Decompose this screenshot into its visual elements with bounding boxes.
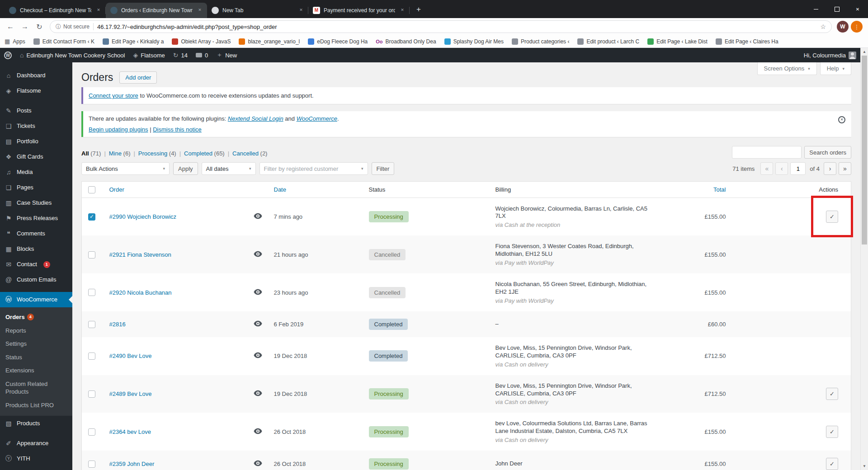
sidebar-item-posts[interactable]: ✎ Posts	[0, 103, 72, 118]
theme-menu[interactable]: ◈ Flatsome	[129, 48, 169, 62]
scroll-up-icon[interactable]: ▲	[861, 48, 868, 56]
new-tab-button[interactable]: +	[412, 4, 425, 16]
order-link[interactable]: #2921 Fiona Stevenson	[109, 251, 171, 258]
row-checkbox[interactable]	[88, 428, 95, 436]
next-page-button[interactable]: ›	[824, 162, 836, 175]
sidebar-item-plugins[interactable]: ✚ Plugins 10	[0, 466, 72, 470]
submenu-item-products-list-pro[interactable]: Products List PRO	[0, 399, 72, 412]
view-processing[interactable]: Processing (4)	[138, 150, 176, 157]
new-content-menu[interactable]: ＋ New	[212, 48, 241, 62]
help-button[interactable]: Help ▾	[820, 62, 851, 75]
filter-button[interactable]: Filter	[372, 162, 395, 175]
view-cancelled[interactable]: Cancelled (2)	[232, 150, 267, 157]
preview-eye-icon[interactable]	[254, 251, 262, 257]
bookmark-item[interactable]: Product categories ‹	[512, 38, 569, 45]
sidebar-item-pages[interactable]: ❏ Pages	[0, 180, 72, 195]
bookmark-item[interactable]: Oo Broadband Only Dea	[376, 38, 436, 45]
sort-by-total-link[interactable]: Total	[713, 186, 726, 193]
sidebar-item-press-releases[interactable]: ⚑ Press Releases	[0, 211, 72, 226]
sidebar-item-yith[interactable]: Ⓨ YITH	[0, 451, 72, 466]
sidebar-item-portfolio[interactable]: ▤ Portfolio	[0, 134, 72, 149]
browser-tab-newtab[interactable]: New Tab ✕	[207, 3, 308, 18]
submenu-item-extensions[interactable]: Extensions	[0, 364, 72, 377]
row-checkbox[interactable]	[88, 289, 95, 296]
screen-options-button[interactable]: Screen Options ▾	[757, 62, 817, 75]
row-checkbox[interactable]	[88, 352, 95, 360]
sidebar-item-case-studies[interactable]: ▥ Case Studies	[0, 195, 72, 211]
all-dates-select[interactable]: All dates ▾	[202, 162, 256, 175]
address-bar[interactable]: ⓘ Not secure 46.17.92.7/~edinburghchs/wp…	[50, 20, 832, 33]
sort-by-order-link[interactable]: Order	[109, 186, 124, 193]
security-chip[interactable]: ⓘ Not secure	[56, 23, 90, 31]
begin-updating-plugins-link[interactable]: Begin updating plugins	[89, 126, 148, 133]
wordpress-menu[interactable]: W	[0, 48, 16, 62]
submenu-item-settings[interactable]: Settings	[0, 337, 72, 351]
preview-eye-icon[interactable]	[254, 320, 262, 327]
current-page-input[interactable]	[790, 162, 806, 175]
submenu-item-orders[interactable]: Orders 4	[0, 310, 72, 324]
maximize-button[interactable]	[826, 0, 847, 18]
bookmark-item[interactable]: blaze_orange_vario_l	[239, 38, 300, 45]
order-link[interactable]: #2990 Wojciech Borowicz	[109, 213, 177, 220]
apps-shortcut[interactable]: ▦ Apps	[5, 38, 25, 45]
scroll-down-icon[interactable]: ▼	[861, 462, 868, 470]
bookmark-item[interactable]: Edit Page ‹ Kirkaldy a	[103, 38, 164, 45]
preview-eye-icon[interactable]	[254, 460, 262, 466]
preview-eye-icon[interactable]	[254, 390, 262, 396]
submenu-item-reports[interactable]: Reports	[0, 324, 72, 338]
tab-close-icon[interactable]: ✕	[399, 7, 406, 14]
browser-tab-orders-active[interactable]: Orders ‹ Edinburgh New Town C ✕	[106, 3, 207, 18]
sidebar-item-comments[interactable]: ❝ Comments	[0, 226, 72, 241]
comments-menu[interactable]: 0	[192, 48, 212, 62]
window-close-button[interactable]: ✕	[847, 0, 868, 18]
prev-page-button[interactable]: ‹	[775, 162, 788, 175]
bookmark-item[interactable]: Obiekt Array - JavaS	[172, 38, 231, 45]
order-link[interactable]: #2816	[109, 321, 126, 328]
preview-eye-icon[interactable]	[254, 352, 262, 358]
connect-store-link[interactable]: Connect your store	[89, 92, 138, 99]
sidebar-item-appearance[interactable]: ✐ Appearance	[0, 436, 72, 451]
sidebar-item-contact[interactable]: ✉ Contact 1	[0, 257, 72, 272]
dismiss-this-notice-link[interactable]: Dismiss this notice	[153, 126, 202, 133]
browser-profile-avatar[interactable]: W	[837, 21, 849, 33]
sidebar-item-gift-cards[interactable]: ❖ Gift Cards	[0, 149, 72, 164]
forward-icon[interactable]: →	[18, 20, 32, 33]
bookmark-item[interactable]: Splashy Dog Air Mes	[444, 38, 504, 45]
sort-by-date-link[interactable]: Date	[274, 186, 286, 193]
browser-tab-gmail[interactable]: M Payment received for your orde ✕	[308, 3, 410, 18]
woocommerce-link[interactable]: WooCommerce	[297, 115, 337, 122]
first-page-button[interactable]: «	[760, 162, 773, 175]
row-checkbox[interactable]	[88, 213, 95, 221]
tab-close-icon[interactable]: ✕	[297, 7, 305, 14]
view-mine[interactable]: Mine (6)	[109, 150, 131, 157]
customer-filter-select[interactable]: Filter by registered customer ▾	[259, 162, 368, 175]
sidebar-item-flatsome[interactable]: ◈ Flatsome	[0, 83, 72, 99]
complete-order-button[interactable]: ✓	[826, 388, 838, 400]
url-text[interactable]: 46.17.92.7/~edinburghchs/wp-admin/edit.p…	[97, 24, 816, 30]
updates-menu[interactable]: ↻ 14	[169, 48, 192, 62]
preview-eye-icon[interactable]	[254, 289, 262, 295]
order-link[interactable]: #2359 John Deer	[109, 461, 155, 467]
nextend-social-login-link[interactable]: Nextend Social Login	[228, 115, 283, 122]
page-scrollbar[interactable]: ▲ ▼	[860, 48, 868, 470]
preview-eye-icon[interactable]	[254, 428, 262, 434]
complete-order-button[interactable]: ✓	[826, 211, 838, 223]
view-completed[interactable]: Completed (65)	[184, 150, 225, 157]
last-page-button[interactable]: »	[839, 162, 851, 175]
submenu-item-custom-related-products[interactable]: Custom Related Products	[0, 377, 72, 399]
preview-eye-icon[interactable]	[254, 213, 262, 219]
bookmark-item[interactable]: Edit Page ‹ Lake Dist	[647, 38, 708, 45]
tab-close-icon[interactable]: ✕	[95, 7, 102, 14]
sidebar-item-custom-emails[interactable]: @ Custom Emails	[0, 272, 72, 287]
tab-close-icon[interactable]: ✕	[196, 7, 203, 14]
bookmark-item[interactable]: Edit Page ‹ Claires Ha	[716, 38, 778, 45]
scrollbar-thumb[interactable]	[862, 56, 867, 244]
browser-menu-update-icon[interactable]: ⋮	[851, 21, 863, 33]
add-order-button[interactable]: Add order	[119, 71, 157, 84]
order-link[interactable]: #2364 bev Love	[109, 428, 151, 435]
order-link[interactable]: #2489 Bev Love	[109, 390, 152, 397]
select-all-checkbox[interactable]	[88, 186, 95, 193]
submenu-item-status[interactable]: Status	[0, 351, 72, 364]
dismiss-notice-icon[interactable]: ✕	[838, 116, 845, 123]
sidebar-item-products[interactable]: ▧ Products	[0, 416, 72, 431]
